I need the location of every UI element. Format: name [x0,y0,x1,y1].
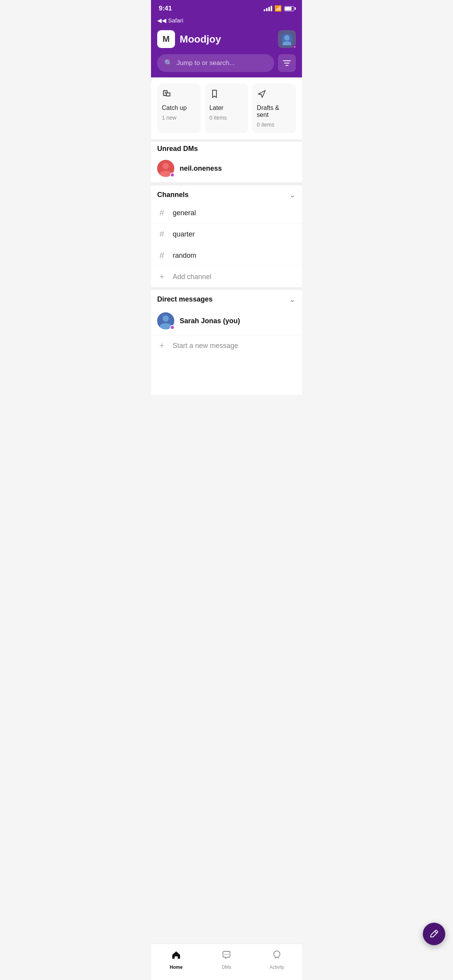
catch-up-card[interactable]: Catch up 1 new [157,84,201,133]
wifi-icon: 📶 [275,5,282,12]
channel-name-general: general [173,209,196,217]
direct-messages-chevron-icon: ⌄ [289,295,296,304]
add-channel-label: Add channel [173,273,211,281]
catch-up-subtitle: 1 new [162,115,196,121]
dm-list-item[interactable]: neil.oneness [151,154,302,183]
channel-general[interactable]: # general [151,202,302,224]
channel-random[interactable]: # random [151,245,302,266]
header-left: M Moodjoy [157,30,221,48]
channel-hash-icon: # [157,229,166,239]
filter-button[interactable] [278,54,296,72]
svg-marker-4 [258,91,265,98]
channel-name-random: random [173,252,196,260]
later-subtitle: 0 items [209,115,244,121]
app-logo: M [157,30,175,48]
dm-avatar-status-dot [170,173,175,177]
dm-avatar [157,160,174,177]
direct-messages-title: Direct messages [157,295,213,303]
search-placeholder: Jump to or search... [177,59,235,67]
signal-icon [264,6,272,11]
channel-quarter[interactable]: # quarter [151,224,302,245]
status-icons: 📶 [264,5,294,12]
self-avatar-status-dot [170,325,175,330]
search-icon: 🔍 [164,59,173,67]
safari-label: ◀ Safari [162,17,183,24]
start-message-label: Start a new message [173,342,238,350]
battery-icon [284,6,294,11]
search-bar[interactable]: 🔍 Jump to or search... [157,54,274,72]
drafts-sent-title: Drafts & sent [257,105,291,118]
catch-up-icon [162,89,196,101]
channels-title: Channels [157,191,189,199]
main-content: Catch up 1 new Later 0 items Drafts & se… [151,77,302,395]
later-card[interactable]: Later 0 items [205,84,249,133]
add-channel-icon: + [157,272,166,282]
channel-name-quarter: quarter [173,230,195,238]
channel-hash-icon: # [157,208,166,218]
back-arrow-icon: ◀ [157,17,162,24]
status-time: 9:41 [159,5,172,12]
self-avatar [157,312,174,329]
app-header: M Moodjoy [151,27,302,54]
safari-back[interactable]: ◀ ◀ Safari [151,15,302,27]
start-new-message-item[interactable]: + Start a new message [151,335,302,356]
quick-actions: Catch up 1 new Later 0 items Drafts & se… [151,77,302,139]
search-row: 🔍 Jump to or search... [151,54,302,77]
app-name: Moodjoy [180,33,221,45]
dm-name: neil.oneness [180,164,222,173]
avatar-person-icon [281,34,292,45]
drafts-sent-card[interactable]: Drafts & sent 0 items [252,84,296,133]
avatar-status-dot [293,45,297,49]
drafts-sent-subtitle: 0 items [257,122,291,128]
channel-hash-icon: # [157,250,166,260]
channels-section-row[interactable]: Channels ⌄ [151,185,302,202]
channels-chevron-icon: ⌄ [289,190,296,199]
user-avatar[interactable] [278,30,296,48]
self-dm-item[interactable]: Sarah Jonas (you) [151,307,302,335]
add-channel-item[interactable]: + Add channel [151,266,302,287]
filter-icon [283,60,291,66]
start-message-add-icon: + [157,341,166,351]
drafts-sent-icon [257,89,291,101]
unread-dms-header: Unread DMs [151,142,302,154]
later-title: Later [209,105,244,111]
status-bar: 9:41 📶 [151,0,302,15]
later-icon [209,89,244,101]
self-dm-name: Sarah Jonas (you) [180,317,240,325]
direct-messages-section-row[interactable]: Direct messages ⌄ [151,290,302,307]
catch-up-title: Catch up [162,105,196,111]
